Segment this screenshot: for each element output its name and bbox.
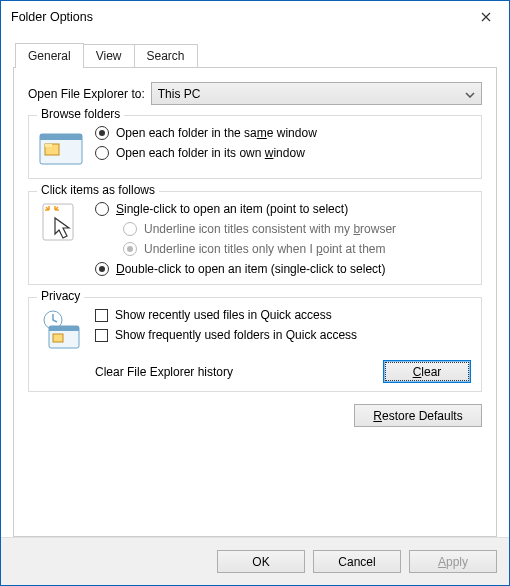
group-browse-folders: Browse folders Open each folde: [28, 115, 482, 179]
radio-single-click[interactable]: Single-click to open an item (point to s…: [95, 202, 471, 216]
svg-rect-8: [53, 334, 63, 342]
group-click-items: Click items as follows Single-: [28, 191, 482, 285]
tab-search[interactable]: Search: [134, 44, 198, 67]
restore-row: Restore Defaults: [28, 404, 482, 427]
radio-icon: [95, 126, 109, 140]
ok-button[interactable]: OK: [217, 550, 305, 573]
radio-icon: [95, 262, 109, 276]
group-privacy-legend: Privacy: [37, 289, 84, 303]
tab-general[interactable]: General: [15, 43, 84, 68]
radio-own-window[interactable]: Open each folder in its own window: [95, 146, 471, 160]
privacy-actions: Clear File Explorer history Clear: [95, 360, 471, 383]
radio-icon: [95, 202, 109, 216]
group-click-legend: Click items as follows: [37, 183, 159, 197]
titlebar: Folder Options: [1, 1, 509, 33]
open-explorer-row: Open File Explorer to: This PC: [28, 82, 482, 105]
checkbox-icon: [95, 309, 108, 322]
clear-history-label: Clear File Explorer history: [95, 365, 233, 379]
open-explorer-dropdown[interactable]: This PC: [151, 82, 482, 105]
svg-rect-3: [45, 144, 52, 147]
checkbox-icon: [95, 329, 108, 342]
radio-double-click[interactable]: Double-click to open an item (single-cli…: [95, 262, 471, 276]
group-privacy: Privacy Show re: [28, 297, 482, 392]
group-browse-legend: Browse folders: [37, 107, 124, 121]
cancel-button[interactable]: Cancel: [313, 550, 401, 573]
window-title: Folder Options: [11, 10, 463, 24]
svg-rect-1: [40, 134, 82, 140]
restore-defaults-button[interactable]: Restore Defaults: [354, 404, 482, 427]
check-recent-files[interactable]: Show recently used files in Quick access: [95, 308, 471, 322]
open-explorer-label: Open File Explorer to:: [28, 87, 145, 101]
check-frequent-folders[interactable]: Show frequently used folders in Quick ac…: [95, 328, 471, 342]
open-explorer-selected: This PC: [158, 87, 201, 101]
chevron-down-icon: [465, 87, 475, 101]
dialog-content: General View Search Open File Explorer t…: [1, 33, 509, 537]
svg-rect-7: [49, 326, 79, 331]
tab-panel-general: Open File Explorer to: This PC Browse fo…: [13, 67, 497, 537]
folder-options-window: Folder Options General View Search Open …: [0, 0, 510, 586]
dialog-button-row: OK Cancel Apply: [1, 537, 509, 585]
clear-button[interactable]: Clear: [383, 360, 471, 383]
radio-same-window[interactable]: Open each folder in the same window: [95, 126, 471, 140]
apply-button[interactable]: Apply: [409, 550, 497, 573]
privacy-history-icon: [39, 308, 83, 352]
cursor-click-icon: [39, 202, 83, 246]
close-icon: [481, 12, 491, 22]
radio-icon: [123, 222, 137, 236]
radio-icon: [123, 242, 137, 256]
tab-view[interactable]: View: [83, 44, 135, 67]
radio-underline-browser: Underline icon titles consistent with my…: [123, 222, 471, 236]
close-button[interactable]: [463, 1, 509, 33]
radio-underline-point: Underline icon titles only when I point …: [123, 242, 471, 256]
folder-window-icon: [39, 126, 83, 170]
tab-strip: General View Search: [15, 43, 497, 67]
radio-icon: [95, 146, 109, 160]
